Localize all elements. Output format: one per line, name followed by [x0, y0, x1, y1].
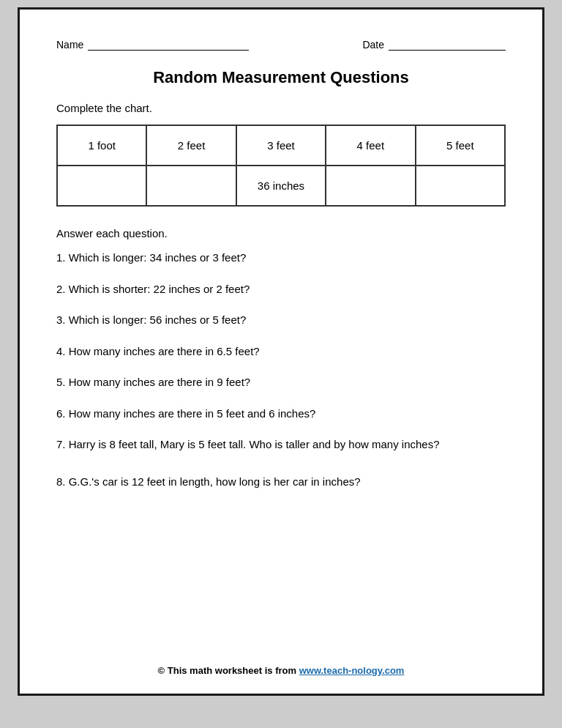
question-8: 8. G.G.'s car is 12 feet in length, how … — [56, 474, 506, 491]
name-label: Name — [56, 39, 83, 51]
date-label: Date — [362, 39, 384, 51]
cell-3feet-inches: 36 inches — [236, 166, 326, 206]
name-underline — [88, 39, 249, 51]
questions-instruction: Answer each question. — [56, 227, 506, 239]
chart-header-row: 1 foot 2 feet 3 feet 4 feet 5 feet — [57, 125, 505, 166]
question-7: 7. Harry is 8 feet tall, Mary is 5 feet … — [56, 437, 506, 453]
question-1: 1. Which is longer: 34 inches or 3 feet? — [56, 250, 506, 267]
chart-data-row: 36 inches — [57, 166, 505, 206]
question-3: 3. Which is longer: 56 inches or 5 feet? — [56, 312, 506, 329]
cell-3feet: 3 feet — [236, 125, 326, 166]
cell-5feet: 5 feet — [416, 125, 505, 166]
cell-1foot: 1 foot — [57, 125, 146, 166]
page-title: Random Measurement Questions — [56, 68, 506, 87]
cell-5feet-inches — [416, 166, 505, 206]
question-2: 2. Which is shorter: 22 inches or 2 feet… — [56, 281, 506, 298]
question-4: 4. How many inches are there in 6.5 feet… — [56, 343, 506, 360]
cell-2feet: 2 feet — [146, 125, 236, 166]
question-6: 6. How many inches are there in 5 feet a… — [56, 406, 506, 423]
cell-4feet-inches — [326, 166, 415, 206]
name-field: Name — [56, 39, 249, 51]
cell-1foot-inches — [57, 166, 146, 206]
footer-text: © This math worksheet is from — [158, 665, 299, 676]
cell-2feet-inches — [146, 166, 236, 206]
question-5: 5. How many inches are there in 9 feet? — [56, 374, 506, 391]
worksheet-page: Name Date Random Measurement Questions C… — [18, 7, 544, 696]
chart-instruction: Complete the chart. — [56, 102, 506, 114]
measurement-chart: 1 foot 2 feet 3 feet 4 feet 5 feet 36 in… — [56, 125, 506, 207]
footer: © This math worksheet is from www.teach-… — [20, 650, 542, 676]
cell-4feet: 4 feet — [326, 125, 415, 166]
footer-link[interactable]: www.teach-nology.com — [299, 665, 405, 676]
date-field: Date — [362, 39, 506, 51]
header-row: Name Date — [56, 39, 506, 51]
date-underline — [389, 39, 506, 51]
